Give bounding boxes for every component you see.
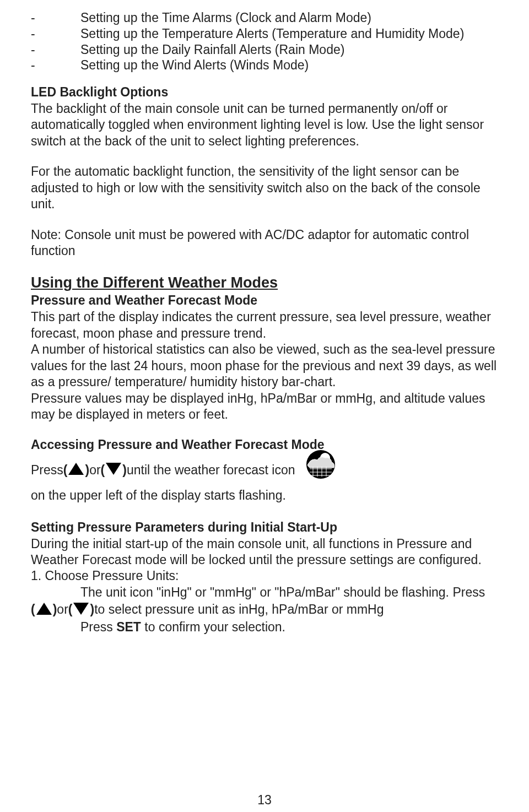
page-number: 13 (0, 793, 529, 808)
paren-open: ( (101, 461, 105, 479)
paragraph: Pressure values may be displayed inHg, h… (31, 391, 498, 423)
triangle-up-icon (68, 463, 84, 475)
text-press: Press (31, 461, 63, 479)
document-page: - Setting up the Time Alarms (Clock and … (0, 0, 529, 812)
paragraph: The backlight of the main console unit c… (31, 101, 498, 149)
paren-close: ) (85, 461, 89, 479)
paragraph: For the automatic backlight function, th… (31, 164, 498, 212)
list-item: - Setting up the Wind Alerts (Winds Mode… (31, 57, 498, 73)
text-tail: on the upper left of the display starts … (31, 486, 286, 505)
list-item-text: Setting up the Time Alarms (Clock and Al… (80, 10, 498, 26)
bullet-dash: - (31, 10, 80, 26)
list-item-text: Setting up the Wind Alerts (Winds Mode) (80, 57, 498, 73)
paren-close: ) (122, 461, 127, 479)
paragraph: During the initial start-up of the main … (31, 536, 498, 569)
heading-weather-modes: Using the Different Weather Modes (31, 273, 498, 293)
bullet-dash: - (31, 26, 80, 42)
paren-open: ( (68, 600, 73, 619)
step-confirm: Press SET to confirm your selection. (31, 619, 498, 635)
paren-open: ( (31, 600, 35, 619)
list-item-text: Setting up the Temperature Alerts (Tempe… (80, 26, 498, 42)
subheading-accessing-mode: Accessing Pressure and Weather Forecast … (31, 437, 498, 453)
triangle-down-icon (73, 603, 89, 615)
subheading-initial-startup: Setting Pressure Parameters during Initi… (31, 519, 498, 536)
weather-forecast-icon (301, 449, 345, 482)
text-press: Press (80, 620, 116, 634)
step-text: The unit icon "inHg" or "mmHg" or "hPa/m… (31, 584, 498, 600)
paragraph: This part of the display indicates the c… (31, 309, 498, 342)
text-or: or (57, 600, 68, 619)
text-confirm: to confirm your selection. (141, 620, 285, 634)
bullet-dash: - (31, 42, 80, 58)
paragraph: A number of historical statistics can al… (31, 342, 498, 390)
paren-open: ( (63, 461, 68, 479)
list-item: - Setting up the Daily Rainfall Alerts (… (31, 42, 498, 58)
list-item: - Setting up the Temperature Alerts (Tem… (31, 26, 498, 42)
step-tail: to select pressure unit as inHg, hPa/mBa… (94, 600, 384, 619)
triangle-down-icon (106, 463, 121, 475)
note-paragraph: Note: Console unit must be powered with … (31, 227, 498, 259)
text-or: or (89, 461, 100, 479)
set-label: SET (116, 620, 141, 634)
paren-close: ) (53, 600, 57, 619)
paren-close: ) (90, 600, 94, 619)
list-item: - Setting up the Time Alarms (Clock and … (31, 10, 498, 26)
step-label: 1. Choose Pressure Units: (31, 568, 498, 584)
text-until: until the weather forecast icon (127, 461, 295, 479)
subheading-pressure-mode: Pressure and Weather Forecast Mode (31, 293, 498, 309)
press-instruction-step1: ( ) or ( ) to select pressure unit as in… (31, 600, 498, 619)
heading-led-backlight: LED Backlight Options (31, 84, 498, 101)
list-item-text: Setting up the Daily Rainfall Alerts (Ra… (80, 42, 498, 58)
press-instruction: Press ( ) or ( ) until the weather forec… (31, 453, 498, 505)
bullet-list: - Setting up the Time Alarms (Clock and … (31, 10, 498, 73)
triangle-up-icon (36, 603, 52, 615)
bullet-dash: - (31, 57, 80, 73)
